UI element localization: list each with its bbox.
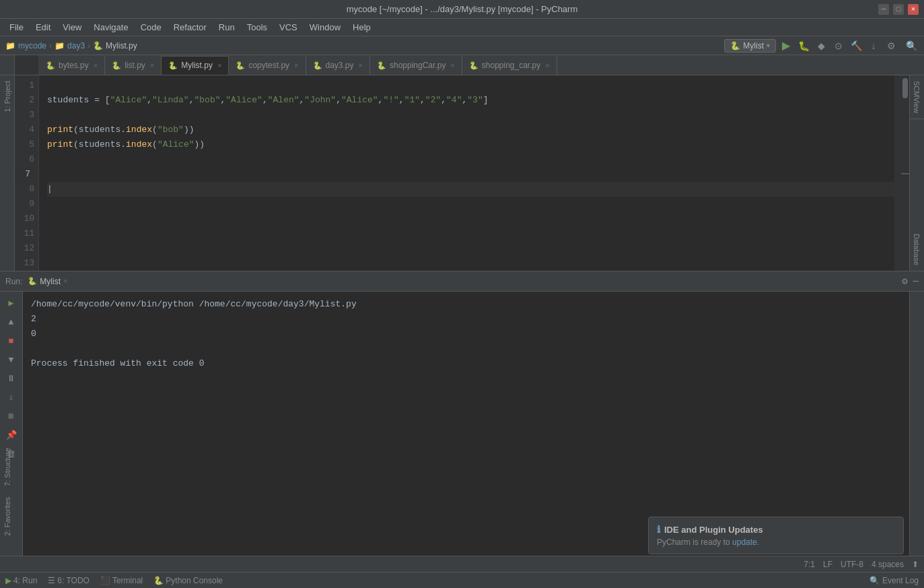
run-sidebar: ▶ ▲ ■ ▼ ⏸ ⇩ ⊞ 📌 🗑 7: Structure 2: Favori… <box>0 292 23 572</box>
menu-file[interactable]: File <box>4 21 29 34</box>
run-button[interactable]: ▶ <box>779 38 793 53</box>
run-layout-button[interactable]: ⊞ <box>4 409 19 424</box>
tab-shopping-car-py[interactable]: 🐍 shopping_car.py × <box>462 56 557 75</box>
minimize-button[interactable]: ─ <box>878 4 889 15</box>
left-project-panel: 1: Project <box>0 75 15 271</box>
tab-icon-mylist: 🐍 <box>168 61 178 70</box>
tab-icon-copytest: 🐍 <box>236 61 245 70</box>
run-tab-label: Mylist <box>40 277 61 286</box>
settings-button[interactable]: ⚙ <box>884 38 898 53</box>
run-tab-close[interactable]: × <box>63 277 68 286</box>
status-right: 7:1 LF UTF-8 4 spaces ⬆ <box>804 560 919 569</box>
build-button[interactable]: 🔨 <box>849 38 863 53</box>
menu-help[interactable]: Help <box>347 21 376 34</box>
indent-size[interactable]: 4 spaces <box>872 560 904 569</box>
run-tab[interactable]: 🐍 Mylist × <box>28 277 67 286</box>
left-panel-tab <box>0 55 15 75</box>
scmview-label[interactable]: SCMView <box>910 75 924 119</box>
tab-label-copytest: copytest.py <box>248 61 289 70</box>
cursor-position[interactable]: 7:1 <box>804 560 815 569</box>
footer-tab-todo[interactable]: ☰ 6: TODO <box>48 576 90 585</box>
notification-popup: ℹ IDE and Plugin Updates PyCharm is read… <box>648 517 904 554</box>
menu-run[interactable]: Run <box>213 21 240 34</box>
run-stop-button[interactable]: ■ <box>4 333 19 348</box>
tab-list-py[interactable]: 🐍 list.py × <box>105 56 162 75</box>
right-side-panel: SCMView Database <box>909 75 924 271</box>
bottom-settings: ⚙ ─ <box>902 275 919 287</box>
run-up-button[interactable]: ▲ <box>4 315 19 329</box>
tab-shoppingcar-py[interactable]: 🐍 shoppingCar.py × <box>370 56 462 75</box>
folder-icon: 📁 <box>55 41 65 51</box>
breadcrumb-day3[interactable]: day3 <box>67 41 85 51</box>
tab-day3-py[interactable]: 🐍 day3.py × <box>306 56 370 75</box>
tab-bytes-py[interactable]: 🐍 bytes.py × <box>39 56 105 75</box>
editor-scrollbar[interactable] <box>894 75 909 271</box>
maximize-button[interactable]: □ <box>893 4 904 15</box>
tab-label-mylist: Mylist.py <box>181 61 213 70</box>
run-play-button[interactable]: ▶ <box>4 296 19 311</box>
run-pause-button[interactable]: ⏸ <box>4 371 19 386</box>
profile-button[interactable]: ⊙ <box>831 38 846 53</box>
settings-gear-icon[interactable]: ⚙ <box>902 275 907 287</box>
menu-tools[interactable]: Tools <box>242 21 273 34</box>
event-log-label[interactable]: Event Log <box>882 576 919 585</box>
tab-close-bytes[interactable]: × <box>94 61 98 69</box>
footer-tab-run[interactable]: ▶ 4: Run <box>5 576 37 585</box>
tab-close-copytest[interactable]: × <box>294 61 298 69</box>
tab-close-shoppingcar[interactable]: × <box>450 61 454 69</box>
run-pin-button[interactable]: 📌 <box>4 428 19 443</box>
notification-link[interactable]: update. <box>732 537 759 547</box>
minimize-panel-icon[interactable]: ─ <box>913 276 919 287</box>
footer-tab-terminal[interactable]: ⬛ Terminal <box>100 576 143 585</box>
git-icon[interactable]: ⬆ <box>912 560 919 569</box>
code-editor[interactable]: students = ["Alice","Linda","bob","Alice… <box>39 75 894 271</box>
favorites-label[interactable]: 2: Favorites <box>1 494 13 538</box>
tab-close-mylist[interactable]: × <box>217 61 221 69</box>
scm-view-label[interactable] <box>894 75 909 173</box>
vcs-update-button[interactable]: ↓ <box>866 38 881 53</box>
run-output-line-4 <box>31 341 901 356</box>
window-controls[interactable]: ─ □ × <box>878 4 919 15</box>
tab-close-list[interactable]: × <box>150 61 154 69</box>
footer-tab-python-console[interactable]: 🐍 Python Console <box>153 576 223 585</box>
search-everywhere-button[interactable]: 🔍 <box>904 38 919 53</box>
project-panel-label[interactable]: 1: Project <box>3 78 11 115</box>
line-ending[interactable]: LF <box>823 560 832 569</box>
status-bar: 7:1 LF UTF-8 4 spaces ⬆ <box>0 556 924 572</box>
breadcrumb-mycode[interactable]: mycode <box>18 41 46 51</box>
menu-refactor[interactable]: Refactor <box>168 21 212 34</box>
debug-button[interactable]: 🐛 <box>796 38 811 53</box>
menu-vcs[interactable]: VCS <box>274 21 303 34</box>
menu-navigate[interactable]: Navigate <box>88 21 133 34</box>
menu-window[interactable]: Window <box>304 21 346 34</box>
coverage-button[interactable]: ◆ <box>814 38 828 53</box>
breadcrumb-sep-1: › <box>49 41 52 51</box>
notification-title: ℹ IDE and Plugin Updates <box>657 524 895 535</box>
run-config-dropdown[interactable]: 🐍 Mylist ▾ <box>724 39 776 53</box>
tab-copytest-py[interactable]: 🐍 copytest.py × <box>229 56 306 75</box>
encoding[interactable]: UTF-8 <box>841 560 863 569</box>
todo-footer-icon: ☰ <box>48 576 55 585</box>
database-label[interactable]: Database <box>910 228 924 271</box>
menu-edit[interactable]: Edit <box>30 21 56 34</box>
tab-close-shopping-car[interactable]: × <box>545 61 549 69</box>
run-output-line-5: Process finished with exit code 0 <box>31 356 901 371</box>
close-button[interactable]: × <box>908 4 919 15</box>
menu-code[interactable]: Code <box>135 21 167 34</box>
run-print-button[interactable]: ⇩ <box>4 390 19 405</box>
tab-mylist-py[interactable]: 🐍 Mylist.py × <box>162 56 229 75</box>
run-config-icon: 🐍 <box>730 41 740 51</box>
tab-close-day3[interactable]: × <box>359 61 363 69</box>
breadcrumb-mylist[interactable]: Mylist.py <box>106 41 137 51</box>
search-icon-footer: 🔍 <box>869 576 880 585</box>
project-icon: 📁 <box>5 41 15 51</box>
editor-section: 1: Project 1 2 3 4 5 6 7 8 9 10 11 12 13… <box>0 75 924 271</box>
window-title: mycode [~/mycode] - .../day3/Mylist.py [… <box>347 4 578 14</box>
tab-icon-shoppingcar: 🐍 <box>377 61 386 70</box>
structure-label[interactable]: 7: Structure <box>1 445 13 489</box>
run-down-button[interactable]: ▼ <box>4 352 19 367</box>
tab-label-list: list.py <box>125 61 145 70</box>
menu-view[interactable]: View <box>57 21 87 34</box>
terminal-footer-label: Terminal <box>112 576 143 585</box>
run-output-line-3: 0 <box>31 327 901 341</box>
